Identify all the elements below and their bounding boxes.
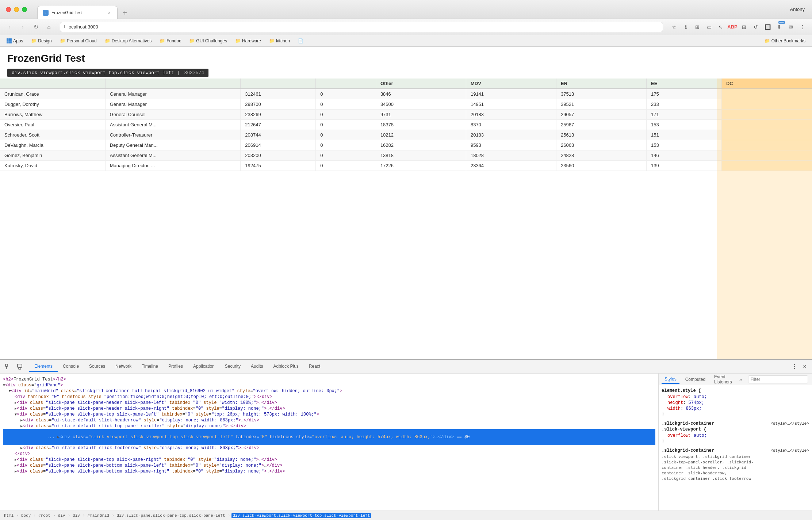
device-toolbar-button[interactable] [15,362,25,372]
dom-panel[interactable]: <h2>FrozenGrid Test</h2> ▼<div class="gr… [0,374,659,511]
style-selector-multi2: .slick-top-panel-scroller, .slickgrid- [662,459,809,465]
styles-filter-input[interactable] [748,375,808,383]
dom-line[interactable]: <h2>FrozenGrid Test</h2> [3,376,655,382]
dom-line[interactable]: ▶<div class="slick-pane slick-pane-top s… [3,457,655,463]
bookmark-other[interactable]: 📁 Other Bookmarks [762,38,808,44]
close-window-button[interactable] [6,7,11,12]
pointer-button[interactable]: ↖ [716,22,726,32]
tab-network[interactable]: Network [110,362,137,372]
breadcrumb-html[interactable]: html [3,513,15,518]
table-cell: 153 [647,120,722,130]
extensions-button[interactable]: ⊞ [739,22,749,32]
tab-security[interactable]: Security [220,362,246,372]
table-row[interactable]: Schroeder, ScottController-Treasurer2087… [0,130,812,140]
dom-line-selected[interactable]: ... ▶<div class="slick-viewport slick-vi… [3,429,655,445]
bookmark-desktop-alternatives[interactable]: 📁 Desktop Alternatives [102,38,154,44]
download-button[interactable]: ⬇ new [774,22,784,32]
inspect-element-button[interactable] [3,362,13,372]
breadcrumb-div2[interactable]: div [72,513,81,518]
bookmark-star-button[interactable]: ☆ [669,22,679,32]
breadcrumb-div1[interactable]: div [57,513,66,518]
styles-tab-computed[interactable]: Computed [682,375,708,383]
dom-line[interactable]: ▶<div class="ui-state-default slick-foot… [3,445,655,451]
bookmark-personal-cloud[interactable]: 📁 Personal Cloud [57,38,100,44]
tab-adblock-plus[interactable]: Adblock Plus [268,362,303,372]
new-tab-button[interactable]: + [119,7,131,19]
breadcrumb-body[interactable]: body [20,513,32,518]
dom-line[interactable]: ▶<div class="slick-pane slick-pane-botto… [3,463,655,469]
table-cell: 18378 [376,120,466,130]
tab-elements[interactable]: Elements [29,362,58,372]
dom-line[interactable]: <div tabindex="0" hidefocus style="posit… [3,394,655,400]
breadcrumb-maingrid[interactable]: #mainGrid [87,513,110,518]
maximize-window-button[interactable] [22,7,27,12]
tab-application[interactable]: Application [188,362,220,372]
tab-close-button[interactable]: × [106,10,112,16]
bookmark-hardware[interactable]: 📁 Hardware [232,38,264,44]
bookmark-page[interactable]: 📄 [295,38,306,44]
browser-tab[interactable]: F FrozenGrid Test × [37,6,118,19]
clipboard-button[interactable]: ⊞ [692,22,702,32]
adblock-button[interactable]: ABP [727,22,738,32]
dom-line[interactable]: ▶<div class="slick-pane slick-pane-botto… [3,469,655,474]
bookmark-gui-challenges[interactable]: 📁 GUI Challenges [186,38,230,44]
style-selector: .slickgrid-container <style>…</style> [662,421,809,426]
styles-expand-button[interactable]: » [739,376,742,382]
dom-line[interactable]: ▶<div class="ui-state-default slick-head… [3,417,655,423]
settings-button[interactable]: ⋮ [797,22,808,32]
tab-profiles[interactable]: Profiles [163,362,188,372]
bookmark-kitchen[interactable]: 📁 kitchen [266,38,293,44]
table-row[interactable]: Kutrosky, DavidManaging Director, ...192… [0,161,812,171]
table-row[interactable]: Crunican, GraceGeneral Manager3124610384… [0,89,812,99]
tab-sources[interactable]: Sources [84,362,110,372]
dom-line[interactable]: ▶<div class="ui-state-default slick-top-… [3,423,655,429]
table-row[interactable]: Gomez, BenjaminAssistant General M...203… [0,150,812,161]
table-row[interactable]: DeVaughn, MarciaDeputy General Man...206… [0,140,812,150]
tab-console[interactable]: Console [58,362,84,372]
breadcrumb-slick-viewport[interactable]: div.slick-viewport.slick-viewport-top.sl… [231,513,371,518]
dom-line[interactable]: ▼<div class="gridPane"> [3,382,655,388]
grid-container[interactable]: Other MDV ER EE DC Crunican, GraceGenera… [0,79,812,359]
tab-bar: F FrozenGrid Test × + [37,0,806,19]
address-bar[interactable]: ℹ localhost:3000 [60,22,663,32]
bookmark-apps[interactable]: Apps [4,38,26,44]
dom-line[interactable]: ▼<div class="slick-pane slick-pane-top s… [3,412,655,417]
dom-line[interactable]: ▶<div class="slick-pane slick-pane-heade… [3,406,655,412]
print-button[interactable]: ✉ [786,22,796,32]
style-prop: height: 574px; [662,400,809,406]
table-cell: 39521 [556,99,646,110]
breadcrumb-slick-pane[interactable]: div.slick-pane.slick-pane-top.slick-pane… [116,513,226,518]
table-row[interactable]: Dugger, DorothyGeneral Manager2987000345… [0,99,812,110]
bookmark-design[interactable]: 📁 Design [28,38,54,44]
devtools-close-button[interactable]: × [800,362,809,371]
minimize-window-button[interactable] [14,7,19,12]
refresh-button[interactable]: ↺ [751,22,761,32]
reload-button[interactable]: ↻ [31,22,41,32]
svg-rect-3 [19,368,21,369]
dom-line[interactable]: </div> [3,451,655,457]
screen-cast-button[interactable]: 🔲 [762,22,773,32]
table-cell: 17226 [376,161,466,171]
table-cell [721,89,812,99]
devtools-more-button[interactable]: ⋮ [790,362,799,371]
table-row[interactable]: Oversier, PaulAssistant General M...2126… [0,120,812,130]
col-header-er: ER [556,79,646,89]
info-button[interactable]: ℹ [681,22,691,32]
bookmark-kitchen-label: kitchen [276,38,290,43]
forward-button[interactable]: › [18,22,28,32]
tab-audits[interactable]: Audits [246,362,268,372]
styles-tab-styles[interactable]: Styles [662,375,679,384]
table-row[interactable]: Burrows, MatthewGeneral Counsel238269097… [0,110,812,120]
breadcrumb-root[interactable]: #root [37,513,51,518]
tab-react[interactable]: React [304,362,325,372]
back-button[interactable]: ‹ [4,22,15,32]
home-button[interactable]: ⌂ [44,22,54,32]
bookmark-fundoc[interactable]: 📁 Fundoc [157,38,184,44]
table-cell: 10212 [376,130,466,140]
tab-timeline[interactable]: Timeline [137,362,163,372]
styles-tab-event-listeners[interactable]: Event Listeners [711,374,735,386]
table-cell: 8370 [466,120,556,130]
dom-line[interactable]: ▼<div id="mainGrid" class="slickgrid-con… [3,388,655,394]
dom-line[interactable]: ▶<div class="slick-pane slick-pane-heade… [3,400,655,406]
device-button[interactable]: ▭ [704,22,714,32]
